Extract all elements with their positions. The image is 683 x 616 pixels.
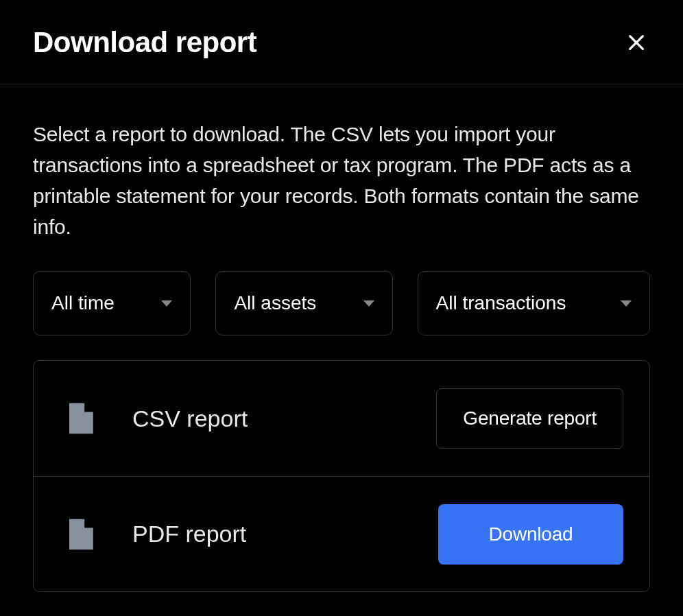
transactions-filter-dropdown[interactable]: All transactions [418, 271, 650, 335]
assets-filter-label: All assets [234, 292, 316, 314]
pdf-report-row: PDF report Download [34, 476, 649, 591]
time-filter-label: All time [51, 292, 115, 314]
chevron-down-icon [161, 300, 172, 307]
close-button[interactable] [623, 29, 650, 56]
transactions-filter-label: All transactions [436, 292, 566, 314]
pdf-report-info: PDF report [69, 519, 246, 550]
close-icon [625, 32, 647, 54]
chevron-down-icon [363, 300, 374, 307]
download-report-modal: Download report Select a report to downl… [0, 0, 683, 616]
modal-content: Select a report to download. The CSV let… [0, 84, 683, 616]
filter-row: All time All assets All transactions [33, 271, 650, 335]
report-list: CSV report Generate report PDF report Do… [33, 360, 650, 592]
download-button[interactable]: Download [438, 504, 623, 565]
time-filter-dropdown[interactable]: All time [33, 271, 191, 335]
csv-report-info: CSV report [69, 403, 248, 434]
modal-header: Download report [0, 0, 683, 84]
chevron-down-icon [621, 300, 632, 307]
description-text: Select a report to download. The CSV let… [33, 119, 650, 242]
pdf-report-label: PDF report [132, 521, 246, 547]
file-icon [69, 519, 95, 550]
modal-title: Download report [33, 26, 256, 59]
file-icon [69, 403, 95, 434]
generate-report-button[interactable]: Generate report [436, 388, 623, 449]
csv-report-row: CSV report Generate report [34, 361, 649, 476]
assets-filter-dropdown[interactable]: All assets [215, 271, 392, 335]
csv-report-label: CSV report [132, 405, 248, 432]
